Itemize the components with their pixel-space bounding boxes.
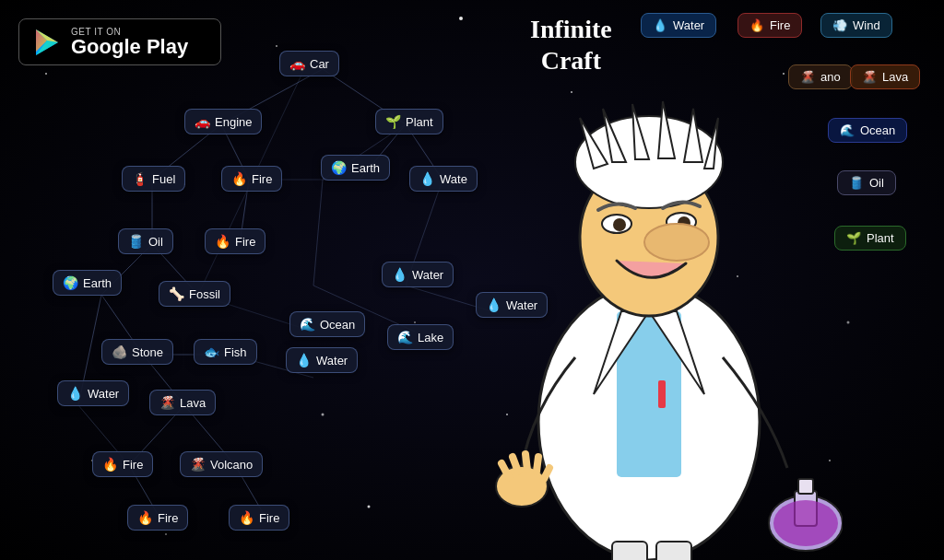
svg-line-72 <box>513 457 518 472</box>
google-play-badge[interactable]: GET IT ON Google Play <box>18 18 221 65</box>
fire-bot2-emoji: 🔥 <box>239 510 254 525</box>
ocean-emoji: 🌊 <box>300 317 315 332</box>
node-fish-label: Fish <box>224 345 247 359</box>
node-lava[interactable]: 🌋 Lava <box>149 390 216 415</box>
svg-point-69 <box>644 224 709 261</box>
svg-point-67 <box>613 218 626 231</box>
node-car[interactable]: 🚗 Car <box>279 51 339 76</box>
node-engine[interactable]: 🚗 Engine <box>184 109 262 134</box>
node-fish[interactable]: 🐟 Fish <box>194 339 257 365</box>
svg-point-79 <box>773 500 838 546</box>
node-fire-top[interactable]: 🔥 Fire <box>221 166 282 192</box>
node-fire-botleft-label: Fire <box>123 458 143 472</box>
node-oil-label: Oil <box>148 235 163 249</box>
oil-emoji: 🛢️ <box>128 234 144 249</box>
node-fire-bot2-label: Fire <box>259 511 279 525</box>
node-ocean[interactable]: 🌊 Ocean <box>289 311 365 337</box>
node-earth-left-label: Earth <box>83 276 112 290</box>
svg-rect-53 <box>658 380 666 408</box>
fire-bot1-emoji: 🔥 <box>137 510 153 525</box>
water-topright-emoji: 💧 <box>419 171 435 186</box>
node-fossil-label: Fossil <box>189 287 220 301</box>
svg-rect-78 <box>798 479 813 494</box>
node-earth-left[interactable]: 🌍 Earth <box>53 270 122 296</box>
lake-emoji: 🌊 <box>397 330 413 344</box>
fire-top-emoji: 🔥 <box>231 171 247 186</box>
node-plant-left[interactable]: 🌱 Plant <box>375 109 443 134</box>
node-fire-bot1[interactable]: 🔥 Fire <box>127 505 188 531</box>
node-stone[interactable]: 🪨 Stone <box>101 339 173 365</box>
node-water-farleft[interactable]: 💧 Water <box>57 380 129 406</box>
node-ocean-label: Ocean <box>320 318 355 332</box>
stone-emoji: 🪨 <box>112 344 127 359</box>
volcano-emoji: 🌋 <box>190 457 206 472</box>
svg-line-75 <box>544 468 549 479</box>
water-farleft-emoji: 💧 <box>67 386 83 401</box>
node-water-midright[interactable]: 💧 Water <box>382 262 454 287</box>
water-midright-emoji: 💧 <box>392 267 407 282</box>
fire-botleft-emoji: 🔥 <box>102 457 118 472</box>
node-fire-botleft[interactable]: 🔥 Fire <box>92 451 153 477</box>
earth-left-emoji: 🌍 <box>63 275 78 290</box>
svg-rect-81 <box>656 542 691 560</box>
engine-emoji: 🚗 <box>195 114 210 129</box>
node-fire-mid[interactable]: 🔥 Fire <box>205 228 266 254</box>
node-volcano-label: Volcano <box>210 458 253 472</box>
fossil-emoji: 🦴 <box>169 286 184 301</box>
node-car-label: Car <box>310 57 329 71</box>
svg-line-73 <box>525 454 527 470</box>
svg-rect-80 <box>612 542 647 560</box>
node-water-lower-label: Water <box>316 354 348 368</box>
node-earth-top[interactable]: 🌍 Earth <box>321 155 390 181</box>
node-fire-mid-label: Fire <box>235 235 255 249</box>
scientist-character <box>502 53 889 560</box>
node-lake[interactable]: 🌊 Lake <box>387 324 454 350</box>
node-water-midright-label: Water <box>412 268 443 282</box>
node-stone-label: Stone <box>132 345 163 359</box>
node-water-lower[interactable]: 💧 Water <box>286 347 358 373</box>
node-plant-left-label: Plant <box>406 115 433 129</box>
svg-line-74 <box>537 457 538 472</box>
fuel-emoji: 🧯 <box>132 171 148 186</box>
node-fuel[interactable]: 🧯 Fuel <box>122 166 185 192</box>
car-emoji: 🚗 <box>289 56 305 71</box>
plant-emoji: 🌱 <box>385 114 401 129</box>
fish-emoji: 🐟 <box>204 344 219 359</box>
node-lava-label: Lava <box>180 396 206 410</box>
node-fire-bot2[interactable]: 🔥 Fire <box>229 505 289 531</box>
node-lake-label: Lake <box>418 331 443 344</box>
rpanel-wind-label: Wind <box>853 18 880 32</box>
node-earth-top-label: Earth <box>351 161 380 175</box>
play-store-icon <box>32 28 62 57</box>
node-engine-label: Engine <box>215 115 252 129</box>
node-water-farleft-label: Water <box>88 387 119 401</box>
node-fire-top-label: Fire <box>252 172 272 186</box>
earth-top-emoji: 🌍 <box>331 160 347 175</box>
node-volcano[interactable]: 🌋 Volcano <box>180 451 263 477</box>
node-fire-bot1-label: Fire <box>158 511 178 525</box>
fire-mid-emoji: 🔥 <box>215 234 230 249</box>
water-lower-emoji: 💧 <box>296 353 312 368</box>
lava-emoji: 🌋 <box>159 395 175 410</box>
node-fuel-label: Fuel <box>152 172 175 186</box>
node-oil[interactable]: 🛢️ Oil <box>118 228 173 254</box>
node-fossil[interactable]: 🦴 Fossil <box>159 281 230 307</box>
google-play-bottom-text: Google Play <box>71 37 188 57</box>
